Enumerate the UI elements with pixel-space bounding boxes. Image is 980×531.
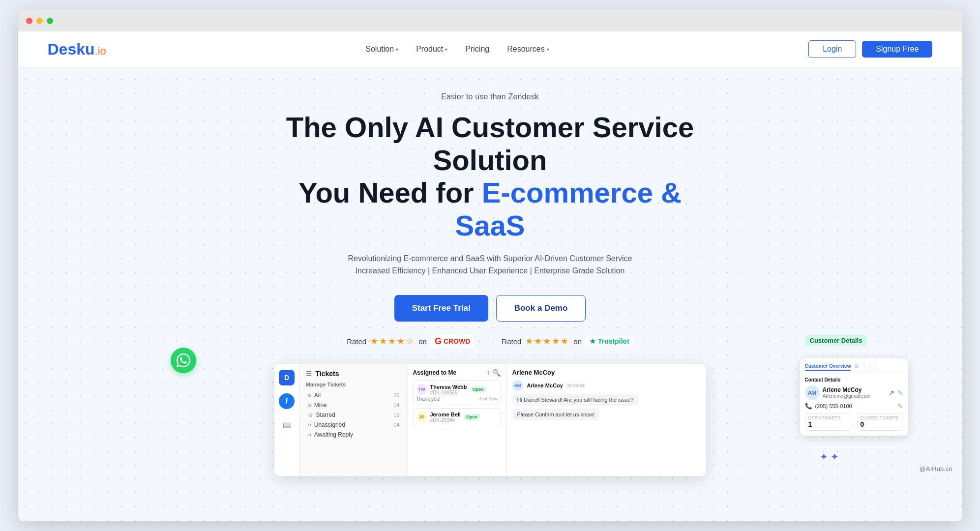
- hero-cta: Start Free Trial Book a Demo: [394, 295, 586, 322]
- ticket-row-awaiting[interactable]: ○ Awaiting Reply: [306, 430, 402, 440]
- grid-icon: ⊞: [855, 363, 859, 371]
- login-button[interactable]: Login: [808, 40, 856, 58]
- contact-phone: (205) 555-0100: [815, 403, 852, 409]
- chat-message-2: Please Confirm and let us know!: [512, 409, 600, 420]
- dashboard-sidebar: D f 📖: [274, 364, 300, 476]
- hero-title-accent: E-commerce & SaaS: [455, 177, 682, 241]
- avatar-theresa: TW: [416, 384, 427, 395]
- g2-rating: Rated ★★★★☆ on G CROWD: [347, 335, 474, 348]
- contact-name: Arlene McCoy: [823, 386, 871, 393]
- page-content: Desku .io Solution ▾ Product ▾: [18, 31, 962, 521]
- contact-phone-row: 📞 (205) 555-0100 ✎: [805, 402, 903, 410]
- phone-edit-icon[interactable]: ✎: [897, 402, 903, 410]
- signup-button[interactable]: Signup Free: [862, 41, 932, 58]
- list-icon: ⋮⋮⋮: [862, 363, 877, 371]
- chat-sender-name: Arlene McCoy: [527, 383, 563, 388]
- nav-actions: Login Signup Free: [808, 40, 932, 58]
- whatsapp-float-icon[interactable]: [171, 348, 196, 373]
- minimize-dot[interactable]: [36, 18, 43, 24]
- customer-details-label: Customer Details: [805, 335, 867, 346]
- all-icon: ○: [308, 392, 311, 399]
- ticket-item-0[interactable]: TW Theresa Webb #DK-188565 Open Thank yo…: [413, 381, 501, 405]
- chat-message-1: Hi Darrell Steward! Are you still facing…: [512, 394, 639, 406]
- starred-icon: ☆: [308, 412, 313, 418]
- navbar: Desku .io Solution ▾ Product ▾: [18, 31, 962, 67]
- customer-details-tabs: Customer Overview ⊞ ⋮⋮⋮: [805, 363, 903, 373]
- dashboard-preview: D f 📖 ☰ Tickets Manage Tickets: [18, 363, 962, 476]
- open-tickets-metric: OPEN TICKETS 1: [805, 413, 851, 431]
- hero-subtitle: Revolutionizing E-commerce and SaaS with…: [348, 252, 632, 277]
- contact-avatar: AM: [805, 385, 820, 400]
- nav-link-resources[interactable]: Resources ▾: [507, 45, 549, 54]
- hero-ratings: Rated ★★★★☆ on G CROWD Rated ★★★★★ on ★ …: [347, 335, 633, 348]
- start-free-trial-button[interactable]: Start Free Trial: [394, 295, 488, 322]
- logo-io: .io: [95, 45, 106, 58]
- ticket-status-0: Open: [470, 386, 486, 392]
- chevron-down-icon: ▾: [396, 47, 398, 52]
- hero-title: The Only AI Customer Service Solution Yo…: [269, 111, 712, 242]
- trustpilot-badge: ★ Trustpilot: [586, 336, 633, 346]
- ticket-row-mine[interactable]: ○ Mine 04: [306, 400, 402, 410]
- ticket-id-0: #DK-188565: [430, 390, 467, 395]
- ticket-name-0: Theresa Webb: [430, 384, 467, 390]
- edit-icon[interactable]: ✎: [897, 389, 903, 397]
- ticket-item-1[interactable]: JB Jerome Bell #DK-25984 Open: [413, 408, 501, 427]
- phone-icon: 📞: [805, 403, 812, 410]
- awaiting-icon: ○: [308, 431, 311, 438]
- maximize-dot[interactable]: [47, 18, 53, 24]
- chevron-down-icon: ▾: [445, 47, 447, 52]
- tickets-panel: ☰ Tickets Manage Tickets ○ All 25: [300, 364, 408, 476]
- nav-link-solution[interactable]: Solution ▾: [365, 45, 398, 54]
- mine-icon: ○: [308, 402, 311, 409]
- trustpilot-star-icon: ★: [590, 337, 596, 345]
- g2-crowd-label: CROWD: [444, 337, 470, 345]
- nav-links: Solution ▾ Product ▾ Pricing: [365, 45, 549, 54]
- nav-link-product[interactable]: Product ▾: [416, 45, 447, 54]
- nav-item-pricing[interactable]: Pricing: [465, 45, 489, 54]
- ticket-row-all[interactable]: ○ All 25: [306, 390, 402, 400]
- closed-tickets-metric: CLOSED TICKETS 0: [857, 413, 903, 431]
- trustpilot-stars: ★★★★★: [525, 336, 569, 347]
- browser-chrome: [18, 10, 962, 31]
- book-demo-button[interactable]: Book a Demo: [496, 295, 586, 322]
- tab-customer-overview[interactable]: Customer Overview: [805, 363, 851, 371]
- book-sidebar-icon[interactable]: 📖: [279, 417, 295, 433]
- ticket-status-1: Open: [464, 414, 480, 420]
- ticket-name-1: Jerome Bell: [430, 412, 461, 417]
- contact-section-title: Contact Details: [805, 377, 903, 383]
- tickets-title: Tickets: [316, 370, 339, 378]
- nav-item-resources[interactable]: Resources ▾: [507, 45, 549, 54]
- add-ticket-icon[interactable]: + 🔍: [486, 369, 501, 377]
- nav-link-pricing[interactable]: Pricing: [465, 45, 489, 54]
- ticket-msg-0: Thank you!: [416, 396, 441, 402]
- assigned-title: Assigned to Me: [413, 369, 457, 376]
- close-dot[interactable]: [26, 18, 32, 24]
- unassigned-icon: ○: [308, 421, 311, 428]
- dashboard-card: D f 📖 ☰ Tickets Manage Tickets: [274, 363, 707, 476]
- chat-avatar: AM: [512, 380, 523, 391]
- ticket-row-starred[interactable]: ☆ Starred 12: [306, 410, 402, 420]
- trustpilot-rating: Rated ★★★★★ on ★ Trustpilot: [502, 336, 633, 347]
- contact-avatar-row: AM Arlene McCoy Arlenemc@gmail.com ↗ ✎: [805, 385, 903, 400]
- ticket-time-0: Just Now: [479, 396, 497, 401]
- nav-item-solution[interactable]: Solution ▾: [365, 45, 398, 54]
- contact-email: Arlenemc@gmail.com: [823, 393, 871, 399]
- ticket-metrics: OPEN TICKETS 1 CLOSED TICKETS 0: [805, 413, 903, 431]
- external-link-icon[interactable]: ↗: [889, 389, 894, 397]
- chat-panel: Arlene McCoy AM Arlene McCoy 10:30 am Hi…: [506, 364, 706, 476]
- avatar-jerome: JB: [416, 412, 427, 422]
- manage-tickets-label: Manage Tickets: [306, 382, 402, 387]
- nav-item-product[interactable]: Product ▾: [416, 45, 447, 54]
- g2-badge: G CROWD: [431, 335, 474, 348]
- desku-sidebar-icon: D: [279, 370, 295, 385]
- logo-desku: Desku: [48, 40, 95, 59]
- ticket-row-unassigned[interactable]: ○ Unassigned 04: [306, 420, 402, 430]
- sparkle-decoration: ✦ ✦: [820, 451, 839, 463]
- hero-section: Easier to use than Zendesk The Only AI C…: [18, 67, 962, 521]
- hero-eyebrow: Easier to use than Zendesk: [441, 92, 539, 101]
- logo[interactable]: Desku .io: [48, 40, 106, 59]
- trustpilot-label: Trustpilot: [598, 337, 629, 345]
- facebook-sidebar-icon[interactable]: f: [279, 393, 295, 409]
- chat-contact-name: Arlene McCoy: [512, 369, 700, 376]
- watermark: @AIHub.cn: [920, 465, 952, 472]
